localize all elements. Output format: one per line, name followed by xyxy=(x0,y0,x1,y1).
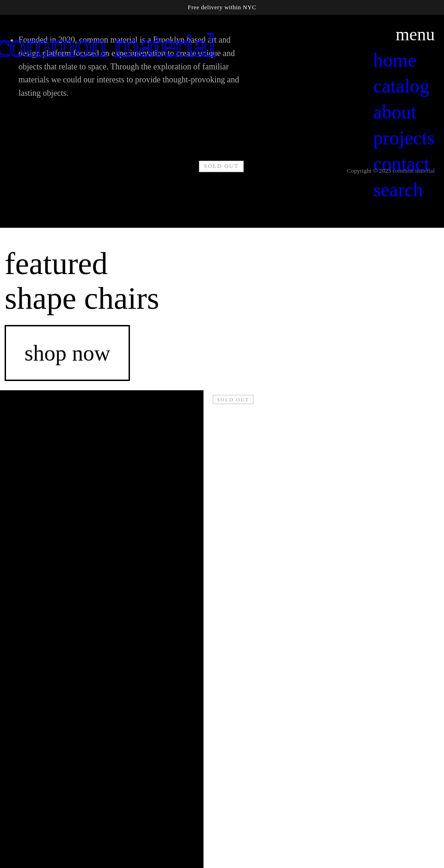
hero-section: common material Founded in 2020, common … xyxy=(0,15,444,228)
featured-section: featured shape chairs shop now SOLD OUT xyxy=(0,228,444,868)
nav-catalog[interactable]: catalog xyxy=(373,75,429,97)
featured-title: featured shape chairs xyxy=(0,246,444,316)
nav-projects[interactable]: projects xyxy=(373,127,435,149)
copyright-brand-link[interactable]: common material xyxy=(393,167,435,174)
nav-search[interactable]: search xyxy=(373,179,423,201)
featured-info-right: SOLD OUT xyxy=(204,390,444,868)
shop-now-button[interactable]: shop now xyxy=(5,325,130,381)
nav-links: home catalog about projects contact sear… xyxy=(373,49,435,201)
hero-sold-out-badge: SOLD OUT xyxy=(199,161,244,172)
menu-label[interactable]: menu xyxy=(373,24,435,44)
featured-sold-out-badge: SOLD OUT xyxy=(213,395,253,404)
product-image xyxy=(0,390,204,868)
nav-about[interactable]: about xyxy=(373,101,416,123)
announcement-bar: Free delivery within NYC xyxy=(0,0,444,15)
announcement-text: Free delivery within NYC xyxy=(188,4,256,11)
featured-layout: SOLD OUT xyxy=(0,390,444,868)
nav-home[interactable]: home xyxy=(373,49,416,71)
copyright-text: Copyright © 2023 common material xyxy=(347,167,435,175)
featured-image-left xyxy=(0,390,204,868)
nav-menu-overlay: menu home catalog about projects contact… xyxy=(373,15,435,210)
site-title: common material xyxy=(0,29,216,62)
